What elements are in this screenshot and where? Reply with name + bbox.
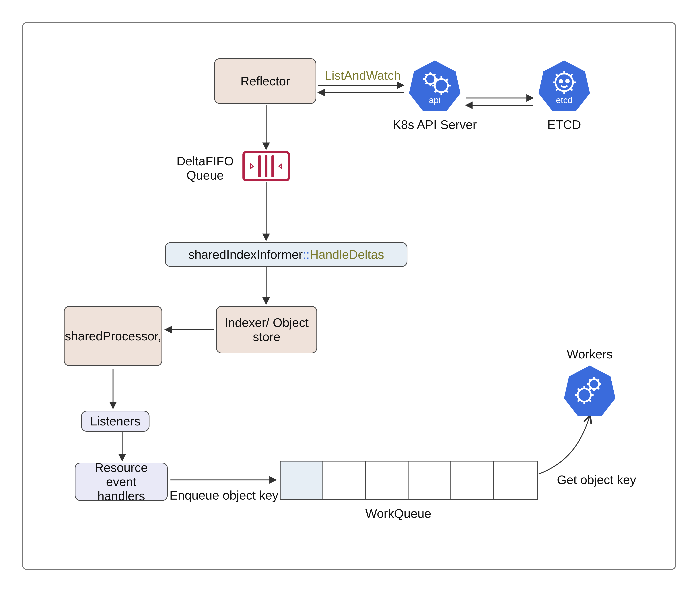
workqueue-cell (366, 461, 409, 500)
reflector-node: Reflector (214, 58, 316, 104)
workqueue-node (280, 461, 538, 500)
handle-deltas-node: sharedIndexInformer::HandleDeltas (165, 242, 407, 267)
workqueue-cell (409, 461, 451, 500)
handle-deltas-suffix: HandleDeltas (310, 248, 384, 261)
shared-processor-label: sharedProcessor, (65, 329, 161, 343)
k8s-api-server-label: K8s API Server (389, 118, 480, 132)
listeners-node: Listeners (81, 411, 150, 432)
delta-fifo-label: DeltaFIFO Queue (172, 154, 238, 182)
indexer-label: Indexer/ Object store (225, 316, 309, 344)
workqueue-cell (494, 461, 536, 500)
resource-handlers-label: Resource event handlers (79, 460, 163, 503)
handle-deltas-text: sharedIndexInformer::HandleDeltas (188, 247, 384, 262)
workqueue-cell (323, 461, 366, 500)
shared-processor-node: sharedProcessor, (64, 306, 162, 366)
delta-fifo-icon (242, 151, 290, 181)
workqueue-label: WorkQueue (353, 506, 444, 521)
indexer-node: Indexer/ Object store (216, 306, 317, 353)
listeners-label: Listeners (90, 414, 140, 428)
svg-point-18 (566, 80, 569, 83)
k8s-api-badge-icon: api (407, 58, 462, 113)
list-and-watch-label: ListAndWatch (322, 68, 404, 82)
get-object-key-label: Get object key (557, 473, 652, 487)
etcd-label: ETCD (537, 118, 591, 132)
workers-badge-icon (562, 363, 617, 418)
etcd-badge-icon: etcd (537, 58, 591, 113)
svg-text:api: api (429, 95, 441, 105)
resource-handlers-node: Resource event handlers (75, 463, 168, 501)
workqueue-cell (281, 461, 323, 500)
handle-deltas-prefix: sharedIndexInformer (188, 248, 303, 261)
svg-text:etcd: etcd (556, 95, 573, 105)
workqueue-cell (451, 461, 494, 500)
enqueue-label: Enqueue object key (170, 488, 279, 502)
workers-label: Workers (562, 347, 617, 361)
reflector-label: Reflector (240, 74, 290, 88)
diagram-frame: Reflector ListAndWatch api K8s API Serve… (22, 22, 676, 570)
handle-deltas-sep: :: (303, 248, 310, 261)
svg-point-17 (560, 80, 562, 83)
